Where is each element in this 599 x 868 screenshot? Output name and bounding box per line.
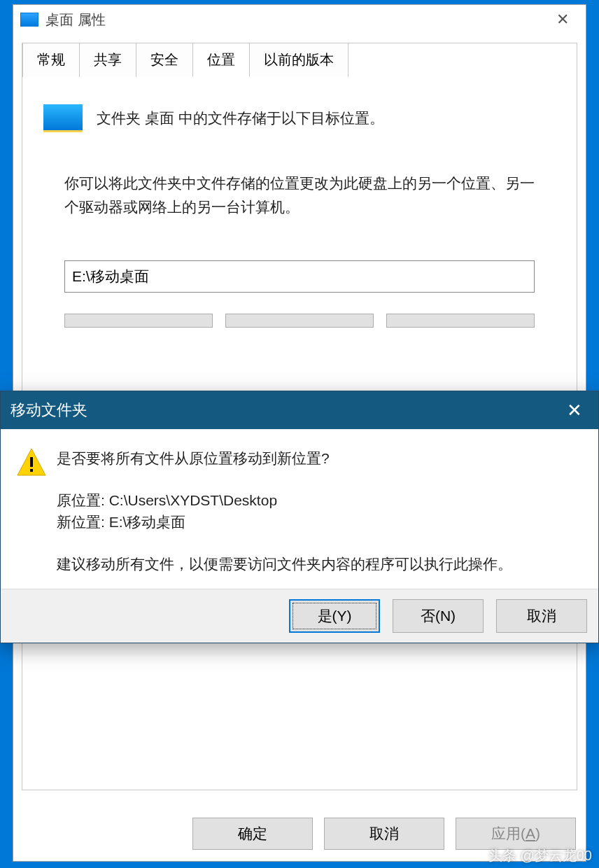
dialog-titlebar[interactable]: 移动文件夹 ✕	[1, 391, 598, 429]
cancel-button[interactable]: 取消	[324, 818, 444, 850]
move-folder-dialog: 移动文件夹 ✕ 是否要将所有文件从原位置移动到新位置? 原位置: C:\User…	[0, 391, 599, 643]
svg-rect-2	[30, 469, 33, 472]
location-description-2: 你可以将此文件夹中文件存储的位置更改为此硬盘上的另一个位置、另一个驱动器或网络上…	[64, 172, 535, 218]
ok-button[interactable]: 确定	[192, 818, 313, 850]
dialog-question: 是否要将所有文件从原位置移动到新位置?	[57, 447, 512, 470]
find-target-button[interactable]	[386, 314, 535, 328]
location-description-1: 文件夹 桌面 中的文件存储于以下目标位置。	[97, 108, 384, 128]
desktop-folder-icon	[43, 104, 83, 132]
tab-general[interactable]: 常规	[22, 43, 80, 77]
dialog-advice: 建议移动所有文件，以便需要访问文件夹内容的程序可以执行此操作。	[57, 553, 512, 575]
old-location-line: 原位置: C:\Users\XYDST\Desktop	[57, 489, 512, 512]
tab-security[interactable]: 安全	[136, 43, 193, 77]
move-button[interactable]	[225, 314, 374, 328]
apply-button[interactable]: 应用(A)	[456, 818, 576, 850]
tab-strip: 常规 共享 安全 位置 以前的版本	[22, 43, 577, 77]
properties-footer: 确定 取消 应用(A)	[192, 818, 576, 850]
tab-sharing[interactable]: 共享	[79, 43, 136, 77]
no-button[interactable]: 否(N)	[393, 599, 484, 633]
window-title: 桌面 属性	[45, 10, 106, 29]
location-path-input[interactable]	[64, 260, 535, 293]
warning-icon	[16, 447, 47, 575]
dialog-cancel-button[interactable]: 取消	[496, 599, 587, 633]
restore-default-button[interactable]	[64, 314, 213, 328]
tab-previous-versions[interactable]: 以前的版本	[249, 43, 348, 77]
location-action-row	[64, 314, 535, 328]
desktop-app-icon	[20, 13, 38, 27]
dialog-title: 移动文件夹	[10, 400, 87, 421]
new-location-line: 新位置: E:\移动桌面	[57, 511, 512, 533]
dialog-body: 是否要将所有文件从原位置移动到新位置? 原位置: C:\Users\XYDST\…	[1, 429, 598, 589]
dialog-footer: 是(Y) 否(N) 取消	[1, 589, 598, 643]
yes-button[interactable]: 是(Y)	[289, 599, 380, 633]
close-icon[interactable]: ✕	[547, 6, 579, 34]
dialog-close-icon[interactable]: ✕	[558, 393, 591, 427]
tab-location[interactable]: 位置	[192, 43, 250, 77]
properties-titlebar[interactable]: 桌面 属性 ✕	[13, 5, 586, 34]
watermark-text: 头条 @梦云龙00	[488, 846, 592, 865]
svg-rect-1	[30, 457, 33, 467]
dialog-text: 是否要将所有文件从原位置移动到新位置? 原位置: C:\Users\XYDST\…	[57, 447, 512, 575]
tab-content-location: 文件夹 桌面 中的文件存储于以下目标位置。 你可以将此文件夹中文件存储的位置更改…	[22, 78, 577, 354]
